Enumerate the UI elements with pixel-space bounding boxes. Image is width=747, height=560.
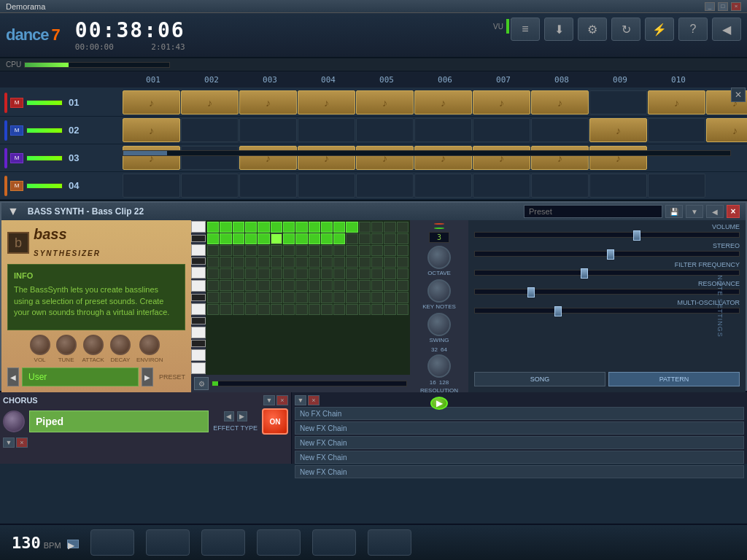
toolbar[interactable]: ≡ ⬇ ⚙ ↻ ⚡ ? ◀ xyxy=(511,18,741,41)
window-controls[interactable]: _ □ × xyxy=(705,2,741,11)
grid-cell[interactable] xyxy=(384,304,395,315)
grid-cell[interactable] xyxy=(283,280,295,291)
grid-cell[interactable] xyxy=(207,222,219,233)
toolbar-btn-6[interactable]: ? xyxy=(678,18,708,41)
track-01-mute[interactable]: M xyxy=(10,98,23,108)
fx-chain-ctrl-btns[interactable]: ▼ × xyxy=(295,395,320,405)
grid-cell[interactable] xyxy=(384,257,395,268)
piano-key-dsharp[interactable] xyxy=(191,257,206,265)
seq-clip-empty[interactable] xyxy=(414,174,472,198)
grid-cell[interactable] xyxy=(258,233,269,244)
grid-cell[interactable] xyxy=(220,304,231,315)
grid-cell[interactable] xyxy=(397,280,409,291)
grid-cell[interactable] xyxy=(333,257,345,268)
grid-cell[interactable] xyxy=(309,268,320,279)
grid-cell[interactable] xyxy=(359,304,371,315)
led-green-1[interactable] xyxy=(434,228,444,229)
grid-cell[interactable] xyxy=(245,257,257,268)
bs-knob-attack[interactable] xyxy=(83,335,104,355)
bottom-nav-6[interactable] xyxy=(368,529,411,556)
grid-cell[interactable] xyxy=(359,280,371,291)
grid-cell[interactable] xyxy=(245,268,257,279)
grid-cell[interactable] xyxy=(359,292,371,303)
grid-cell[interactable] xyxy=(371,233,383,244)
toolbar-btn-1[interactable]: ≡ xyxy=(511,18,540,41)
bass-synth-close-btn[interactable]: × xyxy=(727,205,740,218)
grid-cell[interactable] xyxy=(220,222,231,233)
grid-cell[interactable] xyxy=(233,292,244,303)
bs-knob-environ[interactable] xyxy=(139,335,160,355)
seq-clip-empty[interactable] xyxy=(648,174,705,198)
seq-clip[interactable]: ♪ xyxy=(298,90,355,114)
toolbar-btn-2[interactable]: ⬇ xyxy=(544,18,573,41)
grid-cell[interactable] xyxy=(346,222,357,233)
bs-progress-bar[interactable] xyxy=(212,381,407,386)
fx-sub-minimize-btn[interactable]: ▼ xyxy=(3,438,15,448)
grid-cell[interactable] xyxy=(384,292,395,303)
bottom-nav-4[interactable] xyxy=(257,529,301,556)
toolbar-btn-7[interactable]: ◀ xyxy=(712,18,741,41)
seq-clip-empty[interactable] xyxy=(414,118,472,142)
grid-cell[interactable] xyxy=(233,268,244,279)
play-btn[interactable]: ▶ xyxy=(430,397,448,410)
grid-cell[interactable] xyxy=(384,268,395,279)
minimize-btn[interactable]: _ xyxy=(705,2,715,11)
chorus-minimize-btn[interactable]: ▼ xyxy=(263,395,275,405)
grid-cell[interactable] xyxy=(258,257,269,268)
grid-cell[interactable] xyxy=(359,268,371,279)
piano-key-a[interactable] xyxy=(191,327,206,338)
grid-cell[interactable] xyxy=(258,222,269,233)
grid-cell[interactable] xyxy=(321,280,333,291)
led-red-1[interactable] xyxy=(434,223,444,225)
seq-clip[interactable]: ♪ xyxy=(589,146,647,170)
bs-preset-up-btn[interactable]: ▶ xyxy=(142,368,153,386)
fx-chain-item-1[interactable]: New FX Chain xyxy=(295,421,744,435)
grid-cell[interactable] xyxy=(245,292,257,303)
seq-clip[interactable]: ♪ xyxy=(473,90,530,114)
fx-chain-item-0[interactable]: No FX Chain xyxy=(295,407,744,420)
seq-clip-empty[interactable] xyxy=(298,118,355,142)
grid-cell[interactable] xyxy=(359,257,371,268)
seq-clip-empty[interactable] xyxy=(298,174,355,198)
seq-clip[interactable]: ♪ xyxy=(123,90,180,114)
grid-cell[interactable] xyxy=(220,268,231,279)
seq-clip[interactable]: ♪ xyxy=(414,90,472,114)
bpm-arrow[interactable]: ▶ xyxy=(67,540,79,548)
bottom-nav-5[interactable] xyxy=(312,529,356,556)
piano-key-gsharp[interactable] xyxy=(191,317,206,324)
grid-cell[interactable] xyxy=(333,304,345,315)
grid-cell[interactable] xyxy=(233,233,244,244)
grid-cell[interactable] xyxy=(309,233,320,244)
grid-cell[interactable] xyxy=(271,304,282,315)
grid-cell[interactable] xyxy=(271,245,282,256)
grid-cell[interactable] xyxy=(321,268,333,279)
grid-cell[interactable] xyxy=(233,304,244,315)
grid-cell[interactable] xyxy=(371,280,383,291)
grid-cell[interactable] xyxy=(309,222,320,233)
fx-sub-close-btn[interactable]: × xyxy=(16,438,28,448)
fx-chain-item-2[interactable]: New FX Chain xyxy=(295,436,744,449)
piano-key-fsharp[interactable] xyxy=(191,294,206,301)
seq-clip-empty[interactable] xyxy=(181,118,239,142)
grid-cell[interactable] xyxy=(346,304,357,315)
grid-cell[interactable] xyxy=(233,257,244,268)
grid-cell[interactable] xyxy=(333,268,345,279)
seq-clip[interactable]: ♪ xyxy=(239,90,297,114)
seq-clip[interactable]: ♪ xyxy=(239,146,297,170)
preset-menu-btn[interactable]: ▼ xyxy=(686,205,703,218)
grid-cell[interactable] xyxy=(233,222,244,233)
seq-clip-empty[interactable] xyxy=(239,174,297,198)
seq-clip[interactable]: ♪ xyxy=(589,118,647,142)
preset-prev-btn[interactable]: ◀ xyxy=(706,205,724,218)
grid-cell[interactable] xyxy=(207,292,219,303)
bs-knob-tune[interactable] xyxy=(56,335,77,355)
seq-clip[interactable]: ♪ xyxy=(181,90,239,114)
grid-cell[interactable] xyxy=(333,292,345,303)
grid-cell[interactable] xyxy=(346,245,357,256)
bs-preset-down-btn[interactable]: ◀ xyxy=(7,368,19,386)
grid-cell[interactable] xyxy=(220,257,231,268)
grid-cell[interactable] xyxy=(207,233,219,244)
grid-cell[interactable] xyxy=(271,233,282,244)
grid-cell[interactable] xyxy=(397,292,409,303)
grid-cell[interactable] xyxy=(220,245,231,256)
